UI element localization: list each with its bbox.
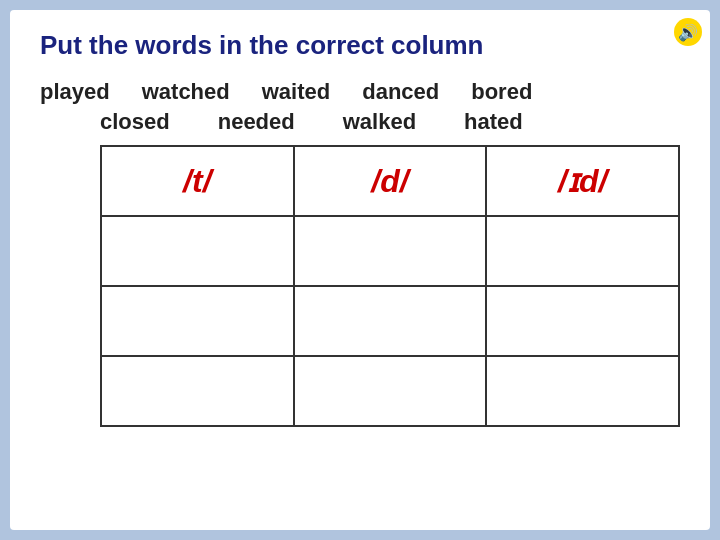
word-closed: closed xyxy=(100,109,170,135)
phonetic-id: /ɪd/ xyxy=(558,163,607,199)
word-walked: walked xyxy=(343,109,416,135)
table-row-3 xyxy=(101,356,679,426)
col-t-header: /t/ xyxy=(101,146,294,216)
words-row-1: played watched waited danced bored xyxy=(40,79,680,105)
phonetics-table: /t/ /d/ /ɪd/ xyxy=(100,145,680,427)
table-row-2 xyxy=(101,286,679,356)
cell-id-2 xyxy=(486,286,679,356)
word-hated: hated xyxy=(464,109,523,135)
cell-t-2 xyxy=(101,286,294,356)
page-title: Put the words in the correct column xyxy=(40,30,680,61)
col-d-header: /d/ xyxy=(294,146,487,216)
word-needed: needed xyxy=(218,109,295,135)
words-row-2: closed needed walked hated xyxy=(100,109,680,135)
word-played: played xyxy=(40,79,110,105)
slide: 🔊 Put the words in the correct column pl… xyxy=(10,10,710,530)
phonetics-table-container: /t/ /d/ /ɪd/ xyxy=(100,145,680,427)
word-danced: danced xyxy=(362,79,439,105)
table-row-1 xyxy=(101,216,679,286)
cell-d-1 xyxy=(294,216,487,286)
cell-d-2 xyxy=(294,286,487,356)
speaker-symbol: 🔊 xyxy=(678,23,698,42)
word-waited: waited xyxy=(262,79,330,105)
phonetic-t: /t/ xyxy=(183,163,211,199)
cell-d-3 xyxy=(294,356,487,426)
phonetic-d: /d/ xyxy=(371,163,408,199)
cell-t-1 xyxy=(101,216,294,286)
speaker-icon[interactable]: 🔊 xyxy=(674,18,702,46)
cell-t-3 xyxy=(101,356,294,426)
word-watched: watched xyxy=(142,79,230,105)
table-row-header: /t/ /d/ /ɪd/ xyxy=(101,146,679,216)
cell-id-1 xyxy=(486,216,679,286)
col-id-header: /ɪd/ xyxy=(486,146,679,216)
word-bored: bored xyxy=(471,79,532,105)
cell-id-3 xyxy=(486,356,679,426)
